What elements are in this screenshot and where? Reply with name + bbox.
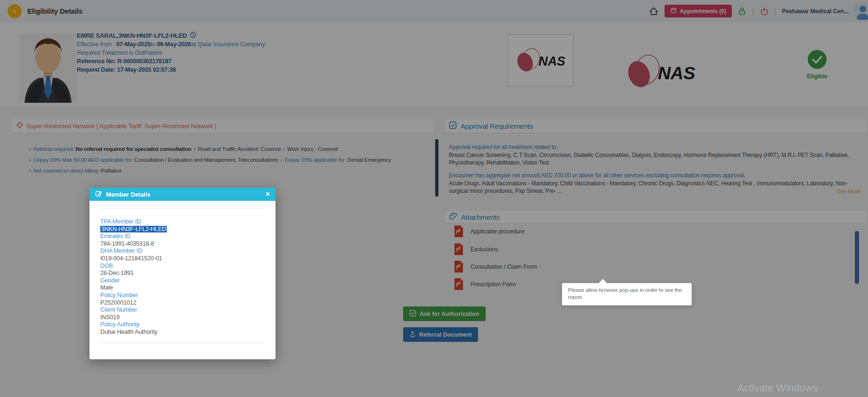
field-value: Dubai Health Authority — [100, 329, 265, 336]
modal-body: TPA Member ID 3NKN-HN3F-LFL2-HLED Emirat… — [89, 208, 276, 343]
field-label: Policy Number — [100, 292, 265, 299]
edit-square-icon — [95, 190, 102, 199]
divider — [100, 343, 265, 343]
field-label: DOB — [100, 263, 265, 270]
divider — [100, 208, 265, 209]
field-value: 3NKN-HN3F-LFL2-HLED — [100, 226, 265, 233]
field-value: Male — [100, 284, 265, 292]
popup-tooltip: Please allow browser pop-ups in order to… — [562, 283, 692, 306]
field-label: Emirates ID — [100, 233, 265, 240]
field-label: Policy Authority — [100, 321, 265, 329]
field-value: I019-004-121841520-01 — [100, 255, 265, 263]
field-label: Client Number — [100, 306, 265, 314]
field-label: Gender — [100, 277, 265, 285]
modal-title: Member Details — [106, 191, 150, 198]
activate-windows-watermark: Activate Windows — [737, 382, 818, 394]
field-value: INS019 — [100, 314, 265, 322]
member-fields: TPA Member ID 3NKN-HN3F-LFL2-HLED Emirat… — [100, 218, 265, 336]
highlighted-member-id: 3NKN-HN3F-LFL2-HLED — [100, 226, 167, 232]
field-label: DHA Member ID — [100, 248, 265, 255]
field-value: 28-Dec-1991 — [100, 270, 265, 277]
eligibility-details-page: ‹ Eligibility Details Appointments (0) |… — [0, 0, 868, 397]
modal-header: Member Details × — [89, 188, 276, 201]
close-icon[interactable]: × — [266, 190, 270, 198]
field-label: TPA Member ID — [100, 218, 265, 226]
field-value: P2520001012 — [100, 299, 265, 307]
field-value: 784-1991-4035318-8 — [100, 240, 265, 248]
member-details-modal: Member Details × TPA Member ID 3NKN-HN3F… — [89, 188, 276, 359]
